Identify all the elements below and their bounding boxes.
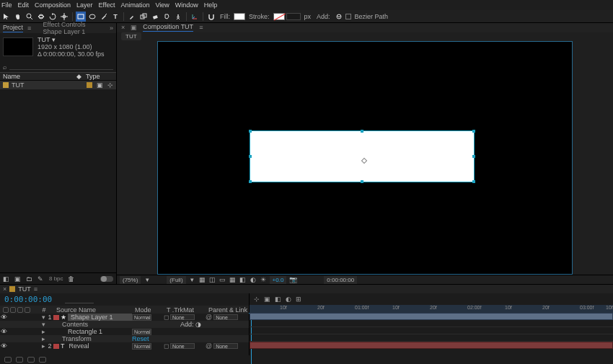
handle-tr[interactable] bbox=[472, 130, 475, 133]
parent-dropdown[interactable]: None bbox=[213, 343, 238, 349]
new-folder-icon[interactable]: 🗀 bbox=[26, 275, 33, 283]
guides-icon[interactable]: ◧ bbox=[239, 276, 247, 283]
video-col-icon[interactable] bbox=[3, 307, 9, 313]
orbit-tool-icon[interactable] bbox=[36, 12, 46, 22]
panel-menu-icon[interactable]: ≡ bbox=[27, 25, 31, 32]
toggle-transparency-icon[interactable]: ▦ bbox=[199, 276, 206, 283]
label-color[interactable] bbox=[53, 344, 59, 349]
menu-view[interactable]: View bbox=[155, 1, 169, 9]
roi-icon[interactable]: ▭ bbox=[219, 276, 226, 283]
toggle-modes-icon[interactable] bbox=[16, 357, 23, 363]
handle-tl[interactable] bbox=[249, 130, 252, 133]
twirl-icon[interactable]: ▸ bbox=[40, 328, 46, 335]
blend-mode-dropdown[interactable]: Normal bbox=[132, 329, 151, 335]
pickwhip-icon[interactable]: @ bbox=[206, 342, 212, 350]
layer-row[interactable]: ▾ Contents Add: ◑ bbox=[0, 321, 249, 328]
layer-name[interactable]: Shape Layer 1 bbox=[68, 314, 132, 321]
frame-blend-icon[interactable]: ◧ bbox=[275, 296, 281, 303]
rectangle-item[interactable]: Rectangle 1 bbox=[59, 328, 132, 335]
bezier-checkbox[interactable] bbox=[345, 14, 351, 19]
add-menu-icon[interactable]: ◑ bbox=[195, 321, 201, 328]
trkmat-dropdown[interactable]: None bbox=[170, 343, 195, 349]
handle-mr[interactable] bbox=[472, 155, 475, 158]
column-type[interactable]: Type bbox=[86, 73, 100, 80]
anchor-tool-icon[interactable] bbox=[59, 12, 69, 22]
graph-editor-icon[interactable]: ⊞ bbox=[296, 296, 301, 303]
layer-row[interactable]: 👁 ▸ 2 T Reveal Normal ◻None @None bbox=[0, 342, 249, 350]
label-color[interactable] bbox=[53, 315, 59, 320]
trkmat-toggle-icon[interactable]: ◻ bbox=[164, 342, 169, 350]
panel-options-icon[interactable]: » bbox=[110, 25, 113, 32]
snapshot-icon[interactable]: 📷 bbox=[289, 276, 296, 283]
breadcrumb[interactable]: TUT bbox=[121, 32, 141, 40]
zoom-slider[interactable] bbox=[100, 276, 113, 282]
pickwhip-icon[interactable]: @ bbox=[206, 314, 212, 321]
project-tab[interactable]: Project bbox=[3, 24, 23, 32]
ellipse-tool-icon[interactable] bbox=[87, 12, 97, 22]
current-timecode[interactable]: 0:00:00:00 bbox=[4, 295, 52, 304]
column-name[interactable]: Name bbox=[3, 73, 20, 80]
project-row[interactable]: TUT ▣ ⊹ bbox=[0, 81, 116, 89]
blend-mode-dropdown[interactable]: Normal bbox=[132, 343, 151, 350]
audio-col-icon[interactable] bbox=[10, 307, 16, 313]
toggle-mask-icon[interactable]: ◫ bbox=[209, 276, 216, 283]
fill-swatch[interactable] bbox=[234, 13, 245, 20]
menu-animation[interactable]: Animation bbox=[120, 1, 149, 9]
menu-effect[interactable]: Effect bbox=[99, 1, 115, 9]
menu-composition[interactable]: Composition bbox=[35, 1, 71, 9]
adjust-icon[interactable]: ✎ bbox=[38, 275, 45, 283]
type-tool-icon[interactable]: T bbox=[110, 12, 120, 22]
pen-tool-icon[interactable] bbox=[99, 12, 109, 22]
handle-ml[interactable] bbox=[249, 155, 252, 158]
visibility-toggle-icon[interactable]: 👁 bbox=[0, 342, 7, 350]
label-column-icon[interactable]: ◆ bbox=[76, 73, 81, 80]
preview-time[interactable]: 0:00:00:00 bbox=[324, 276, 357, 284]
bpc-label[interactable]: 8 bpc bbox=[49, 275, 63, 282]
zoom-dropdown[interactable]: (75%) bbox=[120, 276, 141, 284]
trkmat-toggle-icon[interactable]: ◻ bbox=[164, 314, 169, 321]
project-item-thumbnail[interactable] bbox=[3, 37, 33, 56]
blend-mode-dropdown[interactable]: Normal bbox=[132, 314, 151, 321]
visibility-toggle-icon[interactable]: 👁 bbox=[0, 314, 7, 321]
roto-tool-icon[interactable] bbox=[162, 12, 172, 22]
trkmat-dropdown[interactable]: None bbox=[170, 314, 195, 320]
rotation-tool-icon[interactable] bbox=[48, 12, 58, 22]
comp-flow-icon[interactable]: ⊹ bbox=[254, 296, 260, 303]
composition-viewer[interactable] bbox=[157, 41, 573, 275]
draft3d-icon[interactable]: ▣ bbox=[264, 296, 270, 303]
layer-bar[interactable] bbox=[250, 342, 613, 349]
add-menu-icon[interactable] bbox=[334, 12, 344, 22]
dropdown-icon[interactable]: ▾ bbox=[144, 276, 151, 283]
toggle-render-icon[interactable] bbox=[39, 357, 46, 363]
toggle-switches-icon[interactable] bbox=[4, 357, 12, 363]
project-search[interactable]: ⌕ bbox=[3, 62, 113, 72]
handle-bc[interactable] bbox=[361, 180, 363, 183]
panel-menu-icon[interactable]: ≡ bbox=[34, 285, 38, 293]
twirl-icon[interactable]: ▾ bbox=[40, 321, 46, 328]
layer-bars[interactable] bbox=[250, 313, 613, 355]
trash-icon[interactable]: 🗑 bbox=[68, 275, 75, 283]
hand-tool-icon[interactable] bbox=[13, 12, 23, 22]
selection-tool-icon[interactable] bbox=[1, 12, 12, 22]
parent-dropdown[interactable]: None bbox=[213, 314, 238, 320]
shape-rectangle[interactable] bbox=[250, 131, 474, 182]
menu-layer[interactable]: Layer bbox=[76, 1, 93, 9]
resolution-dropdown[interactable]: (Full) bbox=[167, 276, 185, 284]
menu-help[interactable]: Help bbox=[204, 1, 218, 9]
menu-window[interactable]: Window bbox=[175, 1, 198, 9]
layer-row[interactable]: 👁 ▾ 1 ★ Shape Layer 1 Normal ◻None @None bbox=[0, 314, 249, 321]
layer-bar[interactable] bbox=[250, 313, 613, 320]
reset-link[interactable]: Reset bbox=[132, 335, 164, 342]
local-axis-icon[interactable] bbox=[190, 12, 200, 22]
handle-bl[interactable] bbox=[249, 180, 252, 183]
clone-tool-icon[interactable] bbox=[138, 12, 149, 22]
dropdown-icon[interactable]: ▾ bbox=[189, 276, 196, 283]
puppet-tool-icon[interactable] bbox=[173, 12, 183, 22]
timeline-tab[interactable]: TUT bbox=[18, 285, 31, 293]
handle-br[interactable] bbox=[472, 180, 475, 183]
panel-grip-icon[interactable]: × bbox=[121, 24, 125, 31]
panel-menu-icon[interactable]: ≡ bbox=[199, 24, 203, 31]
solo-col-icon[interactable] bbox=[17, 307, 23, 313]
toggle-in-out-icon[interactable] bbox=[27, 357, 35, 363]
brush-tool-icon[interactable] bbox=[127, 12, 137, 22]
